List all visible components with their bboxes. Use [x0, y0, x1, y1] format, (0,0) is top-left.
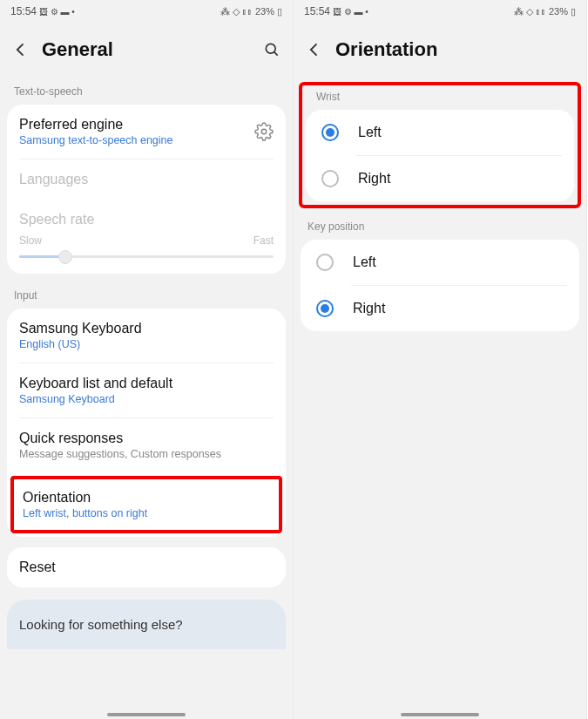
radio-wrist-left[interactable]: Left — [306, 110, 574, 155]
row-title: Samsung Keyboard — [19, 321, 274, 336]
row-title: Preferred engine — [19, 117, 246, 132]
home-indicator[interactable] — [401, 713, 479, 716]
card-tts: Preferred engine Samsung text-to-speech … — [7, 105, 286, 274]
screen-general: 15:54 🖼 ⚙ ▬ • ⁂ ◇ ⫾⫾ 23% ▯ General Text-… — [0, 0, 294, 719]
slider-slow-label: Slow — [19, 234, 42, 247]
section-header-input: Input — [0, 284, 293, 309]
radio-wrist-right[interactable]: Right — [306, 156, 574, 201]
row-keyboard-list[interactable]: Keyboard list and default Samsung Keyboa… — [7, 363, 286, 417]
slider-fast-label: Fast — [253, 234, 274, 247]
row-sub: Samsung text-to-speech engine — [19, 134, 246, 146]
statusbar: 15:54 🖼 ⚙ ▬ • ⁂ ◇ ⫾⫾ 23% ▯ — [0, 0, 293, 23]
page-title: General — [42, 38, 251, 61]
status-bt-icon: ⁂ — [220, 6, 230, 17]
row-title: Speech rate — [19, 212, 274, 227]
status-wifi-icon: ◇ — [233, 6, 240, 17]
row-samsung-keyboard[interactable]: Samsung Keyboard English (US) — [7, 309, 286, 363]
status-wifi-icon: ◇ — [526, 6, 533, 17]
row-sub: Left wrist, buttons on right — [23, 507, 270, 519]
titlebar: Orientation — [294, 23, 586, 80]
radio-icon — [316, 300, 334, 317]
row-quick-responses[interactable]: Quick responses Message suggestions, Cus… — [7, 418, 286, 472]
statusbar: 15:54 🖼 ⚙ ▬ • ⁂ ◇ ⫾⫾ 23% ▯ — [294, 0, 586, 23]
page-title: Orientation — [335, 38, 574, 61]
row-preferred-engine[interactable]: Preferred engine Samsung text-to-speech … — [7, 105, 286, 159]
back-icon[interactable] — [306, 41, 323, 58]
row-title: Keyboard list and default — [19, 376, 274, 391]
battery-icon: ▯ — [277, 6, 282, 17]
back-icon[interactable] — [12, 41, 30, 58]
speech-rate-slider — [7, 255, 286, 274]
card-reset: Reset — [7, 547, 286, 587]
row-title: Orientation — [23, 490, 270, 505]
screen-orientation: 15:54 🖼 ⚙ ▬ • ⁂ ◇ ⫾⫾ 23% ▯ Orientation W… — [294, 0, 587, 719]
status-time: 15:54 — [10, 5, 37, 17]
status-signal-icon: ⫾⫾ — [536, 6, 546, 17]
section-header-tts: Text-to-speech — [0, 80, 293, 105]
status-battery: 23% — [549, 6, 568, 17]
radio-icon — [321, 170, 339, 187]
slider-labels: Slow Fast — [7, 231, 286, 247]
search-icon[interactable] — [263, 41, 280, 58]
card-wrist: Left Right — [306, 110, 574, 201]
status-bt-icon: ⁂ — [514, 6, 524, 17]
card-input: Samsung Keyboard English (US) Keyboard l… — [7, 309, 286, 537]
row-orientation[interactable]: Orientation Left wrist, buttons on right — [10, 476, 282, 533]
svg-line-1 — [274, 52, 278, 56]
row-sub: Samsung Keyboard — [19, 393, 274, 405]
radio-label: Right — [353, 301, 385, 316]
card-keypos: Left Right — [301, 240, 579, 331]
row-title: Languages — [19, 172, 274, 187]
svg-point-0 — [266, 44, 275, 53]
gear-icon[interactable] — [254, 122, 274, 141]
footer-help[interactable]: Looking for something else? — [7, 600, 286, 649]
highlight-wrist-section: Wrist Left Right — [299, 82, 581, 208]
home-indicator[interactable] — [107, 713, 186, 716]
row-reset[interactable]: Reset — [7, 547, 286, 587]
row-title: Quick responses — [19, 431, 274, 446]
radio-label: Right — [358, 171, 390, 187]
battery-icon: ▯ — [571, 6, 576, 17]
radio-keypos-left[interactable]: Left — [301, 240, 579, 285]
status-battery: 23% — [255, 6, 274, 17]
status-left-icons: 🖼 ⚙ ▬ • — [333, 7, 368, 17]
row-languages: Languages — [7, 159, 286, 200]
svg-point-2 — [261, 129, 267, 134]
section-header-wrist: Wrist — [302, 85, 578, 110]
section-header-keypos: Key position — [294, 215, 586, 240]
status-left-icons: 🖼 ⚙ ▬ • — [39, 7, 75, 17]
status-signal-icon: ⫾⫾ — [242, 6, 253, 17]
radio-icon — [316, 254, 334, 271]
radio-label: Left — [353, 254, 376, 270]
radio-label: Left — [358, 125, 382, 140]
radio-keypos-right[interactable]: Right — [301, 286, 579, 331]
footer-text: Looking for something else? — [19, 617, 183, 632]
status-time: 15:54 — [304, 5, 330, 17]
row-sub: English (US) — [19, 338, 274, 350]
titlebar: General — [0, 23, 293, 80]
row-sub: Message suggestions, Custom responses — [19, 448, 274, 460]
row-title: Reset — [19, 560, 274, 575]
radio-icon — [321, 124, 339, 141]
row-speech-rate: Speech rate — [7, 200, 286, 231]
